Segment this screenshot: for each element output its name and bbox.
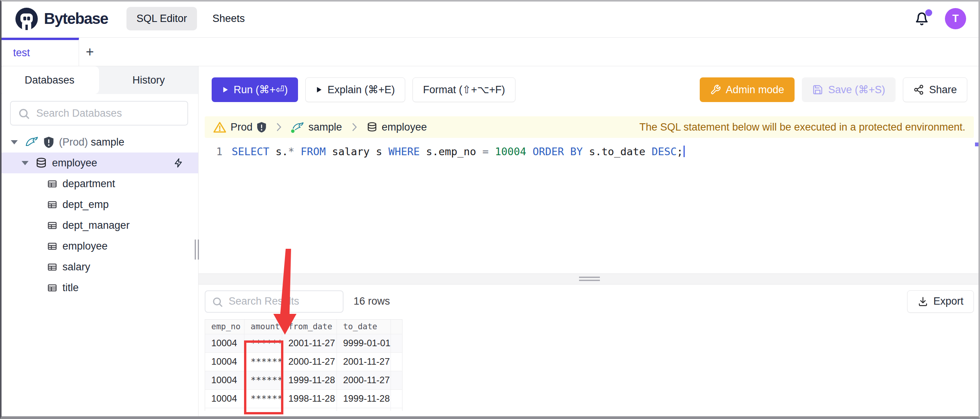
notification-badge (925, 9, 932, 16)
lightning-icon[interactable] (173, 158, 184, 168)
play-icon (316, 86, 322, 93)
table-row[interactable]: 10004******1999-11-282000-11-27 (205, 371, 402, 389)
sql-token: * (288, 146, 294, 158)
breadcrumb-environment[interactable]: Prod (231, 121, 253, 133)
share-icon (913, 84, 924, 95)
format-button[interactable]: Format (⇧+⌥+F) (413, 77, 515, 102)
tree-table-dept_emp[interactable]: dept_emp (0, 194, 198, 215)
tree-connection-prod-sample[interactable]: (Prod) sample (0, 132, 198, 153)
play-icon (222, 86, 229, 93)
save-button[interactable]: Save (⌘+S) (802, 77, 896, 102)
sql-token: s.to_date (583, 146, 652, 158)
protected-environment-banner: Prod (205, 116, 974, 138)
column-header-amount: amount (244, 320, 282, 334)
column-header-stub (391, 320, 402, 334)
brand-name: Bytebase (44, 10, 108, 27)
explain-button[interactable]: Explain (⌘+E) (305, 77, 405, 102)
results-resize-divider[interactable] (199, 273, 980, 285)
database-search (10, 101, 188, 126)
search-databases-input[interactable] (10, 101, 188, 126)
table-row-partial (205, 408, 402, 411)
row-count: 16 rows (354, 295, 390, 307)
sql-token: = (482, 146, 488, 158)
cell-amount: ****** (244, 334, 282, 352)
cell-emp_no: 10004 (205, 371, 244, 389)
nav-sheets[interactable]: Sheets (202, 7, 255, 30)
column-header-to_date: to_date (337, 320, 391, 334)
tree-database-employee[interactable]: employee (0, 153, 198, 173)
connection-status-dot (290, 129, 295, 134)
shield-alert-icon (44, 136, 54, 148)
cell-stub (244, 408, 282, 411)
breadcrumb-database[interactable]: sample (308, 121, 342, 133)
connection-label: (Prod) sample (59, 136, 125, 148)
table-icon (47, 241, 57, 251)
nav-sql-editor[interactable]: SQL Editor (126, 7, 197, 30)
sidebar-tabs: DatabasesHistory (0, 66, 198, 94)
caret-down-icon[interactable] (22, 161, 29, 165)
mysql-dolphin-icon (291, 122, 304, 132)
cell-amount: ****** (244, 371, 282, 389)
results-table: emp_noamountfrom_dateto_date10004******2… (205, 319, 402, 411)
sql-statement: SELECT s.* FROM salary s WHERE s.emp_no … (232, 144, 685, 159)
user-avatar[interactable]: T (945, 8, 966, 29)
sql-code-editor[interactable]: 1 SELECT s.* FROM salary s WHERE s.emp_n… (199, 138, 980, 273)
tree-table-dept_manager[interactable]: dept_manager (0, 215, 198, 236)
table-row[interactable]: 10004******2000-11-272001-11-27 (205, 352, 402, 371)
shield-alert-icon (257, 122, 266, 133)
notifications-button[interactable] (915, 12, 929, 26)
context-breadcrumb: Prod (213, 121, 427, 133)
table-icon (47, 262, 57, 272)
table-icon (47, 283, 57, 293)
results-search (205, 290, 344, 313)
tree-table-department[interactable]: department (0, 173, 198, 194)
cell-stub (391, 408, 402, 411)
resize-grip-icon (579, 277, 600, 281)
database-icon (35, 157, 47, 169)
protected-environment-message: The SQL statement below will be executed… (640, 121, 965, 133)
chevron-right-icon (352, 123, 357, 131)
cell-emp_no: 10004 (205, 334, 244, 352)
caret-down-icon[interactable] (11, 140, 18, 144)
sql-token: ; (677, 146, 683, 158)
tree-table-employee[interactable]: employee (0, 236, 198, 256)
add-worksheet-button[interactable]: + (79, 38, 101, 66)
table-label: department (62, 178, 115, 190)
worksheet-tab-test[interactable]: test (0, 38, 79, 66)
content-row: DatabasesHistory (0, 66, 980, 419)
table-row[interactable]: 10004******2001-11-279999-01-01 (205, 334, 402, 352)
cell-from_date: 2000-11-27 (282, 353, 337, 371)
line-number: 1 (212, 144, 222, 159)
table-icon (47, 199, 57, 210)
code-line: 1 SELECT s.* FROM salary s WHERE s.emp_n… (199, 144, 980, 159)
table-row[interactable]: 10004******1998-11-281999-11-28 (205, 389, 402, 408)
text-cursor (684, 146, 685, 157)
warning-triangle-icon (213, 121, 226, 133)
database-icon (367, 122, 377, 132)
search-icon (212, 296, 223, 308)
run-button[interactable]: Run (⌘+⏎) (212, 77, 298, 102)
share-button[interactable]: Share (903, 77, 967, 102)
sql-token: SELECT (232, 146, 269, 158)
table-label: dept_manager (62, 220, 130, 231)
sql-token: s. (269, 146, 288, 158)
cell-to_date: 2001-11-27 (337, 353, 391, 371)
cell-stub (391, 371, 402, 389)
export-button[interactable]: Export (907, 290, 974, 313)
tree-table-title[interactable]: title (0, 277, 198, 298)
tree-table-salary[interactable]: salary (0, 256, 198, 277)
breadcrumb-table[interactable]: employee (382, 121, 427, 133)
sql-token (526, 146, 532, 158)
floppy-icon (812, 84, 823, 95)
header-nav: SQL EditorSheets (126, 7, 255, 30)
search-icon (18, 107, 30, 120)
sidebar-tab-databases[interactable]: Databases (0, 66, 99, 94)
app-header: Bytebase SQL EditorSheets T (0, 0, 980, 38)
sidebar-resize-handle[interactable] (195, 240, 199, 260)
sidebar-tab-history[interactable]: History (99, 66, 198, 94)
cell-to_date: 9999-01-01 (337, 334, 391, 352)
download-icon (918, 296, 928, 307)
sql-token: WHERE (388, 146, 419, 158)
admin-mode-button[interactable]: Admin mode (700, 77, 795, 102)
search-results-input[interactable] (205, 290, 344, 313)
